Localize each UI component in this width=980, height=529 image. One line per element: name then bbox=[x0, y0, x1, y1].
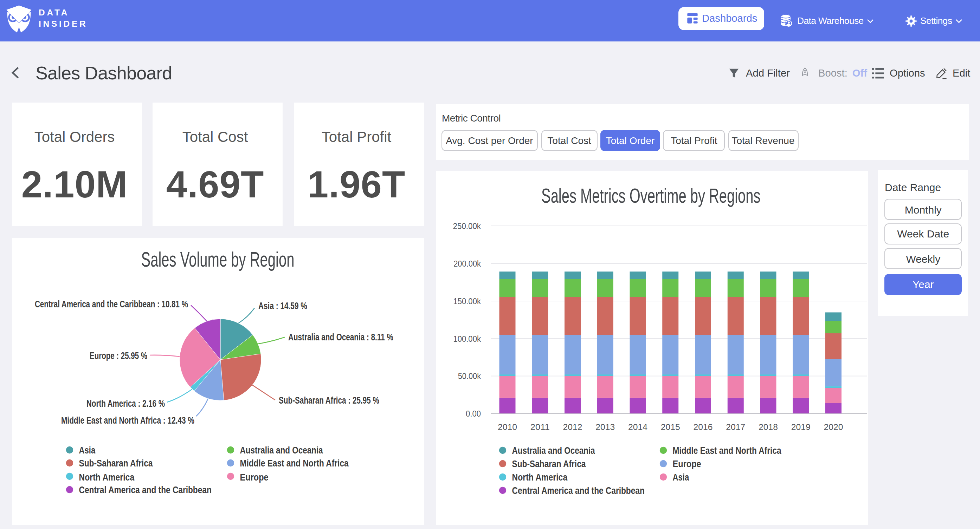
svg-text:Sub-Saharan Africa: Sub-Saharan Africa bbox=[512, 458, 586, 469]
svg-text:Middle East and North Africa: Middle East and North Africa bbox=[240, 458, 349, 468]
svg-text:North America: North America bbox=[512, 472, 568, 482]
svg-text:2013: 2013 bbox=[595, 422, 615, 431]
svg-text:North America : 2.16 %: North America : 2.16 % bbox=[86, 398, 165, 408]
svg-text:Europe : 25.95 %: Europe : 25.95 % bbox=[90, 350, 147, 361]
svg-text:Central America and the Caribb: Central America and the Caribbean : 10.8… bbox=[35, 299, 188, 309]
svg-text:2011: 2011 bbox=[530, 422, 550, 431]
svg-text:2015: 2015 bbox=[661, 422, 680, 431]
svg-text:Sub-Saharan Africa : 25.95 %: Sub-Saharan Africa : 25.95 % bbox=[279, 395, 379, 405]
svg-text:North America: North America bbox=[79, 472, 135, 482]
svg-text:Australia and Oceania : 8.11 %: Australia and Oceania : 8.11 % bbox=[288, 332, 393, 342]
svg-text:100.00k: 100.00k bbox=[453, 334, 481, 343]
svg-text:Sales Volume by Region: Sales Volume by Region bbox=[141, 247, 294, 271]
svg-text:Australia and Oceania: Australia and Oceania bbox=[240, 445, 323, 455]
svg-text:Europe: Europe bbox=[240, 472, 269, 482]
svg-text:250.00k: 250.00k bbox=[453, 221, 481, 230]
svg-text:Europe: Europe bbox=[673, 458, 701, 469]
svg-text:Central America and the Caribb: Central America and the Caribbean bbox=[79, 485, 212, 495]
svg-text:2020: 2020 bbox=[824, 422, 843, 431]
svg-text:Central America and the Caribb: Central America and the Caribbean bbox=[512, 485, 645, 496]
svg-text:2012: 2012 bbox=[563, 422, 582, 431]
svg-text:2018: 2018 bbox=[759, 422, 778, 431]
svg-text:2016: 2016 bbox=[694, 422, 713, 431]
svg-text:Australia and Oceania: Australia and Oceania bbox=[512, 445, 595, 456]
svg-text:200.00k: 200.00k bbox=[453, 259, 481, 268]
svg-text:Sales Metrics Overtime by Regi: Sales Metrics Overtime by Regions bbox=[541, 184, 760, 207]
svg-text:2019: 2019 bbox=[791, 422, 811, 431]
svg-text:2014: 2014 bbox=[628, 422, 648, 431]
svg-text:Asia : 14.59 %: Asia : 14.59 % bbox=[258, 300, 307, 311]
svg-text:Sub-Saharan Africa: Sub-Saharan Africa bbox=[79, 458, 153, 468]
svg-text:2010: 2010 bbox=[498, 422, 517, 431]
svg-text:50.00k: 50.00k bbox=[458, 371, 481, 380]
svg-text:Middle East and North Africa: Middle East and North Africa bbox=[673, 445, 782, 456]
svg-text:Asia: Asia bbox=[79, 445, 95, 455]
svg-text:150.00k: 150.00k bbox=[453, 296, 481, 306]
svg-text:Middle East and North Africa :: Middle East and North Africa : 12.43 % bbox=[61, 415, 194, 426]
svg-text:0.00: 0.00 bbox=[466, 408, 481, 418]
svg-text:2017: 2017 bbox=[726, 422, 745, 431]
svg-text:Asia: Asia bbox=[673, 472, 689, 482]
